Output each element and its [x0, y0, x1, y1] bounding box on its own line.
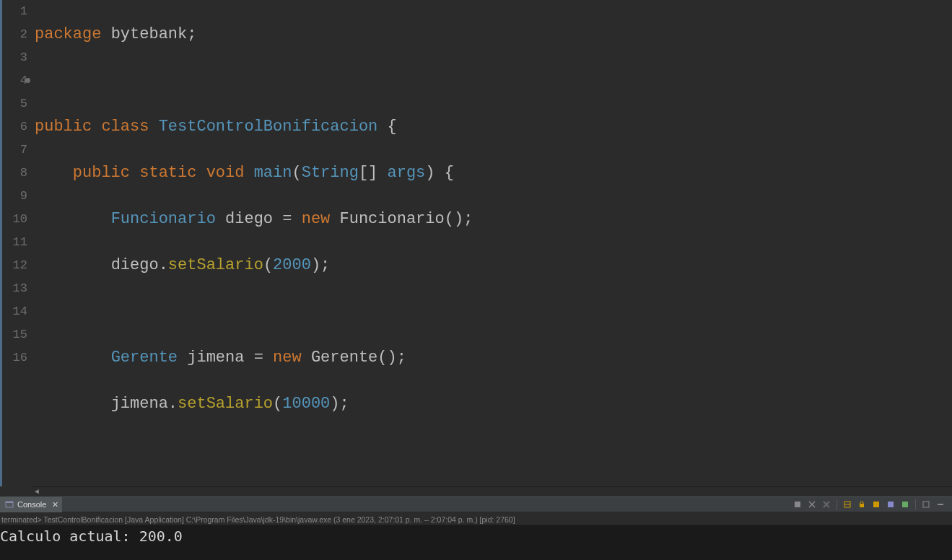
svg-rect-8: [923, 502, 929, 507]
code-editor[interactable]: package bytebank; public class TestContr…: [32, 0, 952, 486]
code-line[interactable]: [35, 69, 952, 92]
code-line[interactable]: public static void main(String[] args) {: [35, 162, 952, 185]
console-tab[interactable]: Console ✕: [0, 496, 62, 512]
gutter-line[interactable]: 10: [0, 208, 32, 231]
scroll-lock-icon[interactable]: [856, 499, 868, 510]
remove-launch-icon[interactable]: [792, 499, 803, 510]
code-line[interactable]: diego.setSalario(2000);: [35, 254, 952, 277]
svg-rect-2: [795, 502, 800, 507]
gutter-line[interactable]: 1: [0, 0, 32, 23]
gutter-line[interactable]: 14: [0, 300, 32, 323]
terminate-icon[interactable]: [821, 499, 832, 510]
line-gutter[interactable]: 1 2 3 4 5 6 7 8 9 10 11 12 13 14 15 16: [0, 0, 32, 486]
open-console-icon[interactable]: [920, 499, 932, 510]
gutter-line[interactable]: 7: [0, 139, 32, 162]
gutter-line[interactable]: 8: [0, 162, 32, 185]
gutter-line[interactable]: 5: [0, 92, 32, 115]
svg-rect-5: [873, 502, 879, 507]
code-line[interactable]: [35, 439, 952, 462]
editor-area: 1 2 3 4 5 6 7 8 9 10 11 12 13 14 15 16 p…: [0, 0, 952, 486]
toolbar-separator: [837, 499, 837, 509]
gutter-line[interactable]: 9: [0, 185, 32, 208]
gutter-line[interactable]: 3: [0, 46, 32, 69]
gutter-line[interactable]: 12: [0, 254, 32, 277]
horizontal-scrollbar[interactable]: ◄: [32, 486, 952, 496]
code-line[interactable]: Funcionario diego = new Funcionario();: [35, 208, 952, 231]
console-header: Console ✕: [0, 496, 952, 512]
console-icon: [4, 499, 14, 509]
gutter-line[interactable]: 15: [0, 323, 32, 346]
toolbar-separator: [915, 499, 916, 509]
svg-rect-4: [860, 504, 864, 507]
remove-all-icon[interactable]: [806, 499, 818, 510]
close-icon[interactable]: ✕: [51, 500, 59, 509]
code-line[interactable]: public class TestControlBonificacion {: [35, 115, 952, 139]
show-console-icon[interactable]: [870, 499, 882, 510]
gutter-line[interactable]: 13: [0, 277, 32, 300]
code-line[interactable]: jimena.setSalario(10000);: [35, 393, 952, 416]
console-status-bar: terminated> TestControlBonificacion [Jav…: [0, 512, 952, 525]
code-line[interactable]: Gerente jimena = new Gerente();: [35, 346, 952, 369]
clear-console-icon[interactable]: [842, 499, 853, 510]
minimize-icon[interactable]: [935, 499, 946, 510]
gutter-line[interactable]: 6: [0, 115, 32, 139]
gutter-line[interactable]: 2: [0, 23, 32, 46]
console-toolbar: [792, 499, 952, 510]
pin-console-icon[interactable]: [885, 499, 896, 510]
gutter-line[interactable]: 11: [0, 231, 32, 254]
code-line[interactable]: [35, 300, 952, 323]
gutter-line[interactable]: 4: [0, 69, 32, 92]
gutter-line[interactable]: 16: [0, 346, 32, 369]
console-output[interactable]: Calculo actual: 200.0: [0, 525, 952, 560]
console-tab-label: Console: [17, 500, 46, 509]
display-selected-icon[interactable]: [899, 499, 911, 510]
svg-rect-9: [938, 504, 943, 505]
code-line[interactable]: package bytebank;: [35, 23, 952, 46]
method-marker-icon: [25, 78, 30, 83]
svg-rect-1: [6, 502, 13, 503]
svg-rect-7: [902, 502, 908, 507]
scroll-left-icon[interactable]: ◄: [32, 487, 42, 497]
svg-rect-6: [888, 502, 894, 507]
